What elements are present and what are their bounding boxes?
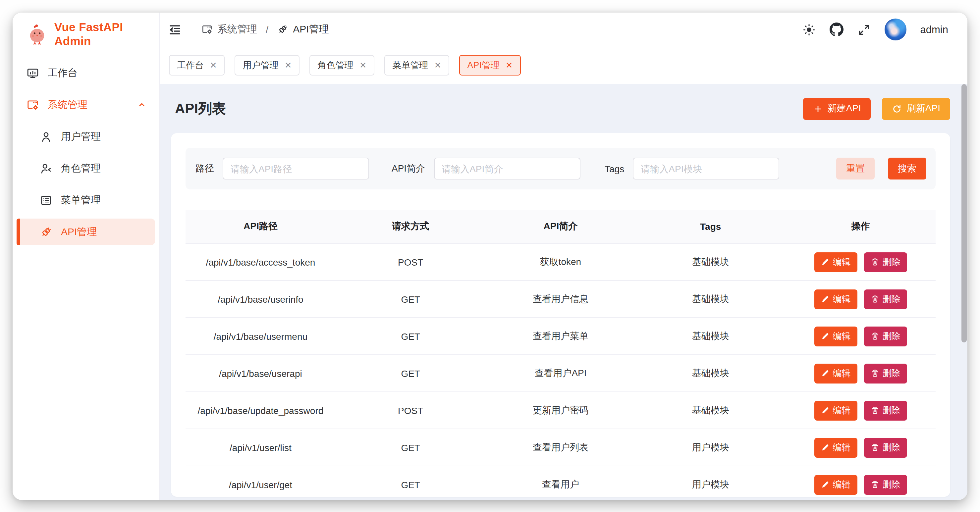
sidebar-item-users[interactable]: 用户管理 xyxy=(17,123,155,150)
close-icon[interactable]: ✕ xyxy=(360,61,367,70)
fullscreen-icon[interactable] xyxy=(858,23,871,36)
user-icon xyxy=(40,130,52,143)
tags-cell: 用户模块 xyxy=(635,429,786,466)
reset-button[interactable]: 重置 xyxy=(836,157,875,180)
path-filter-input[interactable] xyxy=(223,157,369,180)
delete-label: 删除 xyxy=(883,367,900,379)
sidebar-item-api[interactable]: API管理 xyxy=(17,219,155,245)
method-cell: GET xyxy=(336,318,486,355)
plus-icon xyxy=(813,104,823,114)
edit-button[interactable]: 编辑 xyxy=(815,363,858,383)
sidebar-item-workbench[interactable]: 工作台 xyxy=(17,60,155,86)
sidebar-item-system[interactable]: 系统管理 xyxy=(17,91,155,118)
sidebar-item-label: 工作台 xyxy=(48,67,78,79)
tab-label: 用户管理 xyxy=(243,59,278,71)
api-table: API路径 请求方式 API简介 Tags 操作 /api/v1/base/ac… xyxy=(186,210,935,497)
delete-button[interactable]: 删除 xyxy=(864,401,907,420)
tags-filter-label: Tags xyxy=(605,163,624,174)
close-icon[interactable]: ✕ xyxy=(434,61,441,70)
delete-button[interactable]: 删除 xyxy=(864,475,907,495)
app-window: Vue FastAPI Admin 工作台 xyxy=(13,13,967,500)
pencil-icon xyxy=(821,332,830,340)
sidebar-item-menus[interactable]: 菜单管理 xyxy=(17,187,155,213)
pencil-icon xyxy=(821,406,830,415)
edit-button[interactable]: 编辑 xyxy=(815,475,858,495)
username[interactable]: admin xyxy=(920,24,948,35)
breadcrumb-system[interactable]: 系统管理 xyxy=(201,23,257,36)
page-header: API列表 新建API xyxy=(160,84,967,133)
breadcrumb-api[interactable]: API管理 xyxy=(277,23,329,36)
delete-button[interactable]: 删除 xyxy=(864,326,907,346)
sidebar: Vue FastAPI Admin 工作台 xyxy=(13,13,160,500)
method-cell: GET xyxy=(336,355,486,392)
api-plug-icon xyxy=(40,226,52,238)
vertical-scrollbar[interactable] xyxy=(961,84,966,342)
menu-list-icon xyxy=(40,194,52,206)
github-icon[interactable] xyxy=(830,22,843,37)
sidebar-item-roles[interactable]: 角色管理 xyxy=(17,155,155,181)
summary-filter-input[interactable] xyxy=(434,157,580,180)
summary-cell: 查看用户菜单 xyxy=(486,318,636,355)
delete-label: 删除 xyxy=(883,330,900,342)
sidebar-item-label: 菜单管理 xyxy=(61,194,101,206)
refresh-api-label: 刷新API xyxy=(907,103,940,114)
edit-label: 编辑 xyxy=(833,442,851,453)
create-api-label: 新建API xyxy=(827,103,861,114)
summary-cell: 查看用户API xyxy=(486,355,636,392)
user-role-icon xyxy=(40,162,52,175)
trash-icon xyxy=(871,332,879,340)
search-button[interactable]: 搜索 xyxy=(888,157,926,180)
summary-cell: 查看用户 xyxy=(486,466,636,497)
delete-label: 删除 xyxy=(883,479,900,490)
tab-label: 工作台 xyxy=(177,59,204,71)
user-avatar[interactable] xyxy=(885,19,907,40)
delete-label: 删除 xyxy=(883,293,900,305)
sidebar-item-label: 用户管理 xyxy=(61,130,101,143)
content-area: API列表 新建API xyxy=(160,84,967,500)
method-cell: GET xyxy=(336,280,486,318)
topbar-actions: admin xyxy=(802,19,948,40)
theme-sun-icon[interactable] xyxy=(802,23,816,36)
refresh-api-button[interactable]: 刷新API xyxy=(882,98,950,119)
tags-filter-input[interactable] xyxy=(633,157,779,180)
create-api-button[interactable]: 新建API xyxy=(803,98,871,119)
col-summary: API简介 xyxy=(486,210,636,243)
col-path: API路径 xyxy=(186,210,336,243)
breadcrumb: 系统管理 / xyxy=(201,23,329,36)
chick-logo-icon xyxy=(26,23,48,46)
trash-icon xyxy=(871,406,879,415)
delete-button[interactable]: 删除 xyxy=(864,252,907,272)
edit-label: 编辑 xyxy=(833,479,851,490)
edit-button[interactable]: 编辑 xyxy=(815,326,858,346)
edit-button[interactable]: 编辑 xyxy=(815,289,858,309)
tags-cell: 基础模块 xyxy=(635,243,786,280)
edit-label: 编辑 xyxy=(833,330,851,342)
delete-button[interactable]: 删除 xyxy=(864,437,907,457)
summary-cell: 查看用户列表 xyxy=(486,429,636,466)
collapse-sidebar-icon[interactable] xyxy=(168,23,181,36)
chevron-up-icon xyxy=(137,99,147,110)
nav-tab[interactable]: 菜单管理 ✕ xyxy=(384,55,449,76)
close-icon[interactable]: ✕ xyxy=(210,61,217,70)
tags-cell: 用户模块 xyxy=(635,466,786,497)
close-icon[interactable]: ✕ xyxy=(506,61,513,70)
pencil-icon xyxy=(821,369,830,378)
nav-tab[interactable]: 用户管理 ✕ xyxy=(235,55,300,76)
api-plug-icon xyxy=(277,24,288,35)
nav-tab[interactable]: 工作台 ✕ xyxy=(169,55,225,76)
edit-button[interactable]: 编辑 xyxy=(815,401,858,420)
nav-tab[interactable]: API管理 ✕ xyxy=(459,55,520,76)
delete-button[interactable]: 删除 xyxy=(864,289,907,309)
breadcrumb-label: API管理 xyxy=(293,23,329,36)
table-row: /api/v1/base/usermenu GET 查看用户菜单 基础模块 编辑 xyxy=(186,318,935,355)
nav-tab[interactable]: 角色管理 ✕ xyxy=(310,55,375,76)
breadcrumb-label: 系统管理 xyxy=(217,23,257,36)
tab-label: 角色管理 xyxy=(318,59,353,71)
edit-label: 编辑 xyxy=(833,404,851,416)
delete-button[interactable]: 删除 xyxy=(864,363,907,383)
col-actions: 操作 xyxy=(786,210,935,243)
edit-button[interactable]: 编辑 xyxy=(815,252,858,272)
close-icon[interactable]: ✕ xyxy=(285,61,292,70)
breadcrumb-separator: / xyxy=(266,24,268,35)
edit-button[interactable]: 编辑 xyxy=(815,437,858,457)
